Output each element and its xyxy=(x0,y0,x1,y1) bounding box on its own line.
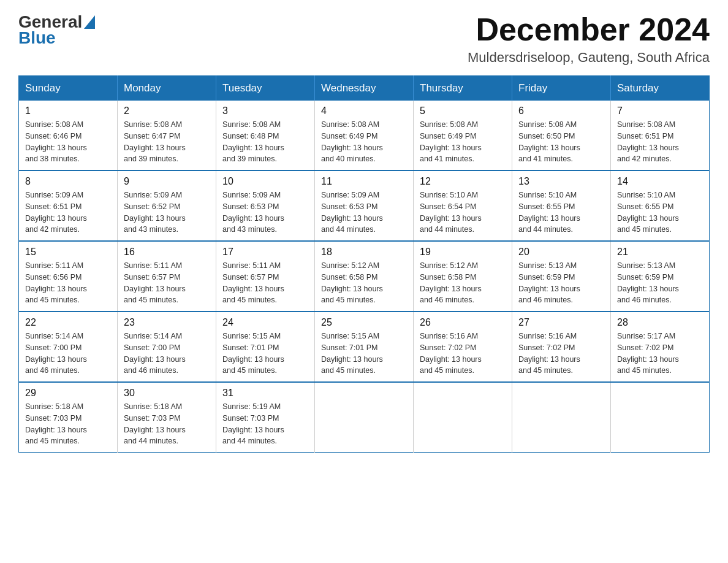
calendar-day-1: 1Sunrise: 5:08 AM Sunset: 6:46 PM Daylig… xyxy=(19,101,118,170)
calendar-day-24: 24Sunrise: 5:15 AM Sunset: 7:01 PM Dayli… xyxy=(216,312,315,382)
day-number: 25 xyxy=(321,317,407,328)
day-info: Sunrise: 5:09 AM Sunset: 6:53 PM Dayligh… xyxy=(321,190,407,236)
calendar-day-3: 3Sunrise: 5:08 AM Sunset: 6:48 PM Daylig… xyxy=(216,101,315,170)
calendar-day-16: 16Sunrise: 5:11 AM Sunset: 6:57 PM Dayli… xyxy=(118,241,216,312)
page-header: General Blue December 2024 Muldersdrisel… xyxy=(18,12,710,66)
calendar-day-empty xyxy=(315,382,414,453)
day-number: 16 xyxy=(124,247,210,258)
calendar-day-19: 19Sunrise: 5:12 AM Sunset: 6:58 PM Dayli… xyxy=(414,241,512,312)
calendar-day-18: 18Sunrise: 5:12 AM Sunset: 6:58 PM Dayli… xyxy=(315,241,414,312)
day-info: Sunrise: 5:15 AM Sunset: 7:01 PM Dayligh… xyxy=(321,331,407,377)
day-number: 3 xyxy=(222,105,308,117)
calendar-day-4: 4Sunrise: 5:08 AM Sunset: 6:49 PM Daylig… xyxy=(315,101,414,170)
day-info: Sunrise: 5:10 AM Sunset: 6:55 PM Dayligh… xyxy=(617,190,703,236)
day-number: 4 xyxy=(321,105,407,117)
calendar-day-13: 13Sunrise: 5:10 AM Sunset: 6:55 PM Dayli… xyxy=(512,170,611,241)
day-info: Sunrise: 5:08 AM Sunset: 6:50 PM Dayligh… xyxy=(518,119,604,165)
calendar-day-5: 5Sunrise: 5:08 AM Sunset: 6:49 PM Daylig… xyxy=(414,101,512,170)
calendar-day-7: 7Sunrise: 5:08 AM Sunset: 6:51 PM Daylig… xyxy=(611,101,710,170)
day-number: 13 xyxy=(518,176,604,187)
logo-blue-text: Blue xyxy=(18,28,56,48)
weekday-header-monday: Monday xyxy=(118,76,216,101)
day-number: 30 xyxy=(124,388,210,399)
calendar-day-26: 26Sunrise: 5:16 AM Sunset: 7:02 PM Dayli… xyxy=(414,312,512,382)
weekday-header-thursday: Thursday xyxy=(414,76,512,101)
calendar-day-9: 9Sunrise: 5:09 AM Sunset: 6:52 PM Daylig… xyxy=(118,170,216,241)
day-info: Sunrise: 5:11 AM Sunset: 6:57 PM Dayligh… xyxy=(124,260,210,306)
day-number: 2 xyxy=(124,105,210,117)
weekday-header-row: SundayMondayTuesdayWednesdayThursdayFrid… xyxy=(19,76,710,101)
day-info: Sunrise: 5:12 AM Sunset: 6:58 PM Dayligh… xyxy=(420,260,506,306)
day-number: 12 xyxy=(420,176,506,187)
day-number: 27 xyxy=(518,317,604,328)
day-info: Sunrise: 5:08 AM Sunset: 6:51 PM Dayligh… xyxy=(617,119,703,165)
day-number: 6 xyxy=(518,105,604,117)
day-info: Sunrise: 5:18 AM Sunset: 7:03 PM Dayligh… xyxy=(25,401,111,447)
day-number: 29 xyxy=(25,388,111,399)
calendar-day-29: 29Sunrise: 5:18 AM Sunset: 7:03 PM Dayli… xyxy=(19,382,118,453)
weekday-header-tuesday: Tuesday xyxy=(216,76,315,101)
location-subtitle: Muldersdriseloop, Gauteng, South Africa xyxy=(468,50,710,66)
day-info: Sunrise: 5:15 AM Sunset: 7:01 PM Dayligh… xyxy=(222,331,308,377)
day-number: 5 xyxy=(420,105,506,117)
day-info: Sunrise: 5:09 AM Sunset: 6:52 PM Dayligh… xyxy=(124,190,210,236)
weekday-header-friday: Friday xyxy=(512,76,611,101)
day-info: Sunrise: 5:18 AM Sunset: 7:03 PM Dayligh… xyxy=(124,401,210,447)
calendar-week-5: 29Sunrise: 5:18 AM Sunset: 7:03 PM Dayli… xyxy=(19,382,710,453)
calendar-week-1: 1Sunrise: 5:08 AM Sunset: 6:46 PM Daylig… xyxy=(19,101,710,170)
calendar-day-28: 28Sunrise: 5:17 AM Sunset: 7:02 PM Dayli… xyxy=(611,312,710,382)
calendar-day-25: 25Sunrise: 5:15 AM Sunset: 7:01 PM Dayli… xyxy=(315,312,414,382)
day-number: 8 xyxy=(25,176,111,187)
day-info: Sunrise: 5:10 AM Sunset: 6:54 PM Dayligh… xyxy=(420,190,506,236)
day-number: 26 xyxy=(420,317,506,328)
month-title: December 2024 xyxy=(468,12,710,47)
calendar-day-empty xyxy=(512,382,611,453)
day-number: 17 xyxy=(222,247,308,258)
day-number: 9 xyxy=(124,176,210,187)
weekday-header-sunday: Sunday xyxy=(19,76,118,101)
logo-triangle-icon xyxy=(84,15,95,29)
day-number: 24 xyxy=(222,317,308,328)
calendar-day-8: 8Sunrise: 5:09 AM Sunset: 6:51 PM Daylig… xyxy=(19,170,118,241)
svg-marker-0 xyxy=(84,15,95,29)
calendar-day-10: 10Sunrise: 5:09 AM Sunset: 6:53 PM Dayli… xyxy=(216,170,315,241)
calendar-day-empty xyxy=(414,382,512,453)
day-info: Sunrise: 5:13 AM Sunset: 6:59 PM Dayligh… xyxy=(518,260,604,306)
day-info: Sunrise: 5:19 AM Sunset: 7:03 PM Dayligh… xyxy=(222,401,308,447)
calendar-table: SundayMondayTuesdayWednesdayThursdayFrid… xyxy=(18,75,710,453)
day-info: Sunrise: 5:16 AM Sunset: 7:02 PM Dayligh… xyxy=(518,331,604,377)
day-number: 14 xyxy=(617,176,703,187)
day-number: 10 xyxy=(222,176,308,187)
day-info: Sunrise: 5:08 AM Sunset: 6:49 PM Dayligh… xyxy=(321,119,407,165)
day-number: 20 xyxy=(518,247,604,258)
day-number: 7 xyxy=(617,105,703,117)
calendar-day-23: 23Sunrise: 5:14 AM Sunset: 7:00 PM Dayli… xyxy=(118,312,216,382)
weekday-header-wednesday: Wednesday xyxy=(315,76,414,101)
day-info: Sunrise: 5:08 AM Sunset: 6:48 PM Dayligh… xyxy=(222,119,308,165)
calendar-day-15: 15Sunrise: 5:11 AM Sunset: 6:56 PM Dayli… xyxy=(19,241,118,312)
day-info: Sunrise: 5:13 AM Sunset: 6:59 PM Dayligh… xyxy=(617,260,703,306)
day-number: 28 xyxy=(617,317,703,328)
day-info: Sunrise: 5:16 AM Sunset: 7:02 PM Dayligh… xyxy=(420,331,506,377)
day-number: 22 xyxy=(25,317,111,328)
day-number: 15 xyxy=(25,247,111,258)
day-number: 31 xyxy=(222,388,308,399)
calendar-day-21: 21Sunrise: 5:13 AM Sunset: 6:59 PM Dayli… xyxy=(611,241,710,312)
logo: General Blue xyxy=(18,12,95,48)
calendar-day-17: 17Sunrise: 5:11 AM Sunset: 6:57 PM Dayli… xyxy=(216,241,315,312)
calendar-day-6: 6Sunrise: 5:08 AM Sunset: 6:50 PM Daylig… xyxy=(512,101,611,170)
title-block: December 2024 Muldersdriseloop, Gauteng,… xyxy=(468,12,710,66)
day-info: Sunrise: 5:11 AM Sunset: 6:57 PM Dayligh… xyxy=(222,260,308,306)
day-info: Sunrise: 5:08 AM Sunset: 6:49 PM Dayligh… xyxy=(420,119,506,165)
day-info: Sunrise: 5:09 AM Sunset: 6:53 PM Dayligh… xyxy=(222,190,308,236)
calendar-day-30: 30Sunrise: 5:18 AM Sunset: 7:03 PM Dayli… xyxy=(118,382,216,453)
calendar-day-12: 12Sunrise: 5:10 AM Sunset: 6:54 PM Dayli… xyxy=(414,170,512,241)
day-number: 11 xyxy=(321,176,407,187)
day-number: 23 xyxy=(124,317,210,328)
day-info: Sunrise: 5:09 AM Sunset: 6:51 PM Dayligh… xyxy=(25,190,111,236)
day-info: Sunrise: 5:11 AM Sunset: 6:56 PM Dayligh… xyxy=(25,260,111,306)
calendar-day-20: 20Sunrise: 5:13 AM Sunset: 6:59 PM Dayli… xyxy=(512,241,611,312)
day-number: 1 xyxy=(25,105,111,117)
calendar-day-27: 27Sunrise: 5:16 AM Sunset: 7:02 PM Dayli… xyxy=(512,312,611,382)
day-info: Sunrise: 5:14 AM Sunset: 7:00 PM Dayligh… xyxy=(25,331,111,377)
